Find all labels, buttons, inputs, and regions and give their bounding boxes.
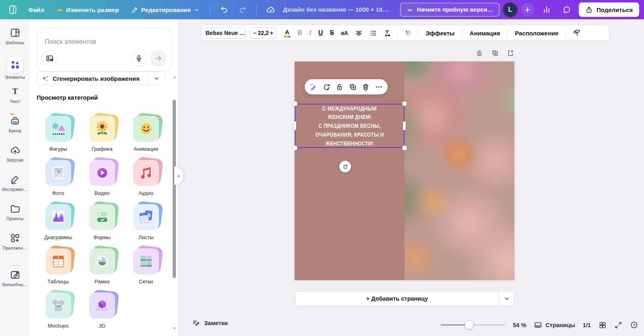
selection-handle-se[interactable] — [402, 145, 407, 150]
category-graphics[interactable]: Графика — [80, 116, 124, 160]
bold-button[interactable]: B — [297, 29, 302, 37]
avatar[interactable]: L — [504, 3, 517, 16]
transparency-button[interactable] — [405, 29, 412, 37]
font-size-decrease[interactable]: − — [253, 30, 256, 36]
editing-mode-menu[interactable]: Редактирование — [126, 2, 205, 18]
zoom-value[interactable]: 54 % — [513, 322, 526, 328]
add-comment-button[interactable] — [322, 83, 331, 91]
position-button[interactable]: Расположение — [513, 30, 560, 37]
scroll-up-arrow[interactable]: ▲ — [173, 75, 176, 79]
category-photos[interactable]: Фото — [36, 160, 80, 204]
font-size-value[interactable]: 22,2 — [258, 30, 268, 36]
sidebar-item-tools[interactable]: Инструмен… — [0, 174, 30, 203]
sidebar-item-projects[interactable]: Проекты — [0, 203, 30, 233]
chevron-down-icon — [504, 295, 510, 302]
sidebar-item-apps[interactable]: Приложен… — [0, 233, 30, 262]
duplicate-page-icon[interactable] — [491, 49, 499, 57]
italic-button[interactable]: I — [309, 29, 312, 37]
zoom-slider-thumb[interactable] — [465, 321, 473, 329]
category-grids[interactable]: Сетки — [124, 248, 168, 293]
magic-write-button[interactable] — [309, 83, 318, 91]
category-forms[interactable]: Формы — [80, 204, 124, 248]
search-input[interactable] — [45, 36, 157, 48]
scrollbar-thumb[interactable] — [173, 100, 176, 278]
share-button[interactable]: Поделиться — [579, 2, 639, 17]
help-button[interactable]: ? — [630, 321, 638, 329]
add-member-button[interactable] — [521, 3, 535, 16]
save-status-button[interactable] — [262, 2, 279, 18]
category-animations[interactable]: Анимации — [124, 116, 168, 160]
font-selector[interactable]: Bebas Neue … — [205, 27, 246, 39]
sidebar-item-templates[interactable]: Шаблоны — [0, 27, 30, 57]
design-title[interactable]: Дизайн без названия — 1000 × 10… — [283, 0, 388, 19]
duplicate-button[interactable] — [349, 83, 357, 91]
undo-button[interactable] — [216, 2, 232, 18]
list-button[interactable] — [369, 29, 377, 37]
file-menu[interactable]: Файл — [23, 2, 49, 18]
category-audio[interactable]: Аудио — [124, 160, 168, 204]
add-page-button[interactable]: + Добавить страницу — [295, 291, 499, 306]
search-submit-button[interactable] — [150, 50, 166, 66]
trial-button[interactable]: Начните пробную верси… — [400, 3, 500, 16]
underline-button[interactable]: U — [318, 29, 323, 37]
animation-button[interactable]: Анимация — [468, 30, 502, 37]
selection-handle-e[interactable] — [403, 121, 406, 130]
category-mockups[interactable]: Mockups — [36, 293, 80, 336]
insights-button[interactable] — [539, 2, 555, 18]
comments-button[interactable] — [559, 2, 575, 18]
category-videos[interactable]: Видео — [80, 160, 124, 204]
roses-photo[interactable] — [405, 61, 514, 280]
sidebar-item-uploads[interactable]: Загрузки — [0, 145, 30, 174]
svg-text:T: T — [12, 87, 18, 96]
add-page-options-button[interactable] — [499, 291, 514, 306]
generate-images-button[interactable]: Сгенерировать изображения — [36, 72, 165, 85]
strikethrough-button[interactable]: S — [330, 29, 334, 37]
unlock-icon[interactable] — [475, 49, 483, 57]
sidebar-item-text[interactable]: T Текст — [0, 86, 30, 115]
grid-view-button[interactable] — [599, 321, 607, 329]
category-sheets[interactable]: f(x) Листы — [124, 204, 168, 248]
sidebar-item-brand[interactable]: co Бренд — [0, 115, 30, 145]
sidebar-item-magic[interactable]: Волшебны… — [0, 269, 30, 299]
generate-options-button[interactable] — [148, 72, 165, 85]
pages-button[interactable]: Страницы — [534, 321, 575, 329]
grid-collage-icon — [138, 253, 155, 270]
category-tables[interactable]: Таблицы — [36, 248, 80, 293]
scroll-down-arrow[interactable]: ▼ — [173, 326, 176, 330]
selection-handle-w[interactable] — [293, 121, 296, 130]
notes-button[interactable]: Заметки — [192, 319, 228, 327]
fullscreen-button[interactable] — [614, 321, 622, 329]
frame-icon — [94, 253, 111, 270]
rotate-handle[interactable] — [339, 161, 351, 172]
sidebar-divider — [10, 265, 20, 266]
category-3d[interactable]: 3D — [80, 293, 124, 336]
selection-handle-nw[interactable] — [293, 101, 297, 106]
align-button[interactable] — [355, 29, 363, 37]
selection-handle-ne[interactable] — [402, 101, 407, 106]
selected-text-element[interactable]: С МЕЖДУНАРОДНЫМ ЖЕНСКИМ ДНЕМ! С ПРАЗДНИК… — [295, 104, 405, 148]
voice-search-button[interactable] — [131, 50, 147, 66]
zoom-slider[interactable] — [441, 321, 505, 329]
text-color-button[interactable]: A — [284, 29, 291, 37]
category-frames[interactable]: Рамки — [80, 248, 124, 293]
category-charts[interactable]: Диаграммы — [36, 204, 80, 248]
more-options-button[interactable] — [375, 83, 383, 91]
import-page-icon[interactable] — [507, 49, 515, 57]
category-shapes[interactable]: Фигуры — [36, 116, 80, 160]
sidebar-item-elements[interactable]: Элементы — [0, 57, 30, 86]
spacing-button[interactable] — [384, 29, 392, 37]
selection-handle-sw[interactable] — [293, 145, 297, 150]
panel-scrollbar[interactable] — [173, 80, 176, 330]
redo-button[interactable] — [235, 2, 251, 18]
delete-button[interactable] — [361, 83, 370, 91]
font-size-increase[interactable]: + — [270, 30, 273, 36]
resize-button[interactable]: Изменить размер — [52, 2, 124, 18]
home-button[interactable] — [5, 2, 21, 18]
image-search-button[interactable] — [41, 50, 58, 66]
pencil-icon — [131, 6, 138, 13]
text-case-button[interactable]: aA — [341, 30, 348, 36]
copy-style-button[interactable] — [573, 29, 581, 37]
lock-button[interactable] — [335, 83, 344, 91]
effects-button[interactable]: Эффекты — [424, 30, 456, 37]
left-sidebar: Шаблоны Элементы T Текст co Бренд Загруз… — [0, 19, 30, 336]
